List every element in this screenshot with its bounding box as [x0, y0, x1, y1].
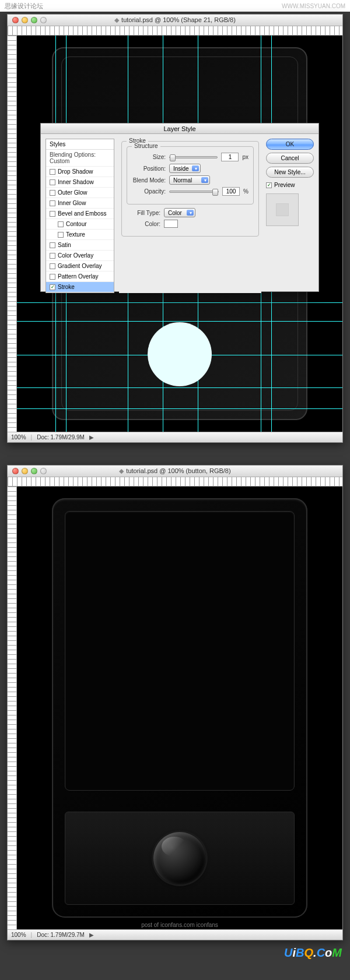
window-title-1: ◆tutorial.psd @ 100% (Shape 21, RGB/8): [8, 16, 342, 24]
structure-fieldset: Structure Size: 1 px Position: Inside▾: [127, 146, 254, 205]
settings-panel: Stroke Structure Size: 1 px: [119, 139, 261, 293]
brand-watermark: UiBQ.CoM: [0, 943, 350, 963]
button-area: [65, 812, 295, 905]
ruler-vertical[interactable]: [8, 36, 17, 432]
style-outer-glow[interactable]: Outer Glow: [46, 188, 114, 198]
device-body: [52, 498, 307, 918]
opacity-slider[interactable]: [169, 191, 219, 193]
style-stroke[interactable]: Stroke: [46, 282, 114, 292]
fill-label: Fill Type:: [127, 210, 160, 216]
doc-size[interactable]: Doc: 1.79M/29.7M: [37, 932, 85, 938]
doc-size[interactable]: Doc: 1.79M/29.9M: [37, 434, 85, 440]
fill-type-dropdown[interactable]: Color▾: [164, 208, 195, 217]
size-slider[interactable]: [169, 156, 218, 158]
dialog-buttons: OK Cancel New Style... Preview: [266, 139, 314, 293]
zoom-level[interactable]: 100%: [11, 434, 26, 440]
white-circle-shape[interactable]: [148, 322, 212, 386]
style-bevel[interactable]: Bevel and Emboss: [46, 209, 114, 219]
ok-button[interactable]: OK: [266, 139, 314, 150]
position-label: Position:: [132, 165, 166, 172]
ruler-vertical[interactable]: [8, 487, 17, 929]
statusbar-1: 100% | Doc: 1.79M/29.9M ▶: [8, 432, 342, 442]
size-input[interactable]: 1: [221, 153, 239, 161]
canvas-2[interactable]: post of iconfans.com iconfans: [8, 487, 342, 929]
style-gradient-overlay[interactable]: Gradient Overlay: [46, 261, 114, 272]
guide-horizontal[interactable]: [17, 321, 342, 322]
window-2: ◆tutorial.psd @ 100% (button, RGB/8) pos…: [7, 465, 343, 940]
style-inner-shadow[interactable]: Inner Shadow: [46, 177, 114, 188]
style-contour[interactable]: Contour: [46, 219, 114, 230]
arrow-icon[interactable]: ▶: [89, 932, 94, 938]
opacity-input[interactable]: 100: [222, 187, 240, 196]
style-color-overlay[interactable]: Color Overlay: [46, 251, 114, 261]
dialog-title[interactable]: Layer Style: [41, 124, 318, 134]
guide-horizontal[interactable]: [17, 408, 342, 409]
titlebar-2[interactable]: ◆tutorial.psd @ 100% (button, RGB/8): [8, 466, 342, 477]
blend-dropdown[interactable]: Normal▾: [169, 175, 210, 185]
style-pattern-overlay[interactable]: Pattern Overlay: [46, 272, 114, 282]
position-dropdown[interactable]: Inside▾: [169, 164, 201, 173]
guide-horizontal[interactable]: [17, 387, 342, 388]
guide-horizontal[interactable]: [17, 302, 342, 303]
size-unit: px: [242, 154, 249, 160]
stroke-fieldset: Stroke Structure Size: 1 px: [121, 141, 259, 237]
structure-label: Structure: [132, 143, 160, 149]
canvas-inner-1[interactable]: Layer Style Styles Blending Options: Cus…: [17, 36, 342, 432]
styles-header[interactable]: Styles: [46, 139, 114, 150]
preview-checkbox[interactable]: Preview: [266, 182, 314, 188]
opacity-unit: %: [243, 188, 249, 195]
style-texture[interactable]: Texture: [46, 230, 114, 240]
device-screen: [65, 511, 295, 791]
style-drop-shadow[interactable]: Drop Shadow: [46, 167, 114, 177]
blend-label: Blend Mode:: [132, 177, 166, 184]
window-1: ◆tutorial.psd @ 100% (Shape 21, RGB/8) L…: [7, 14, 343, 443]
titlebar-1[interactable]: ◆tutorial.psd @ 100% (Shape 21, RGB/8): [8, 15, 342, 26]
arrow-icon[interactable]: ▶: [89, 434, 94, 440]
header-right: WWW.MISSYUAN.COM: [282, 3, 345, 9]
size-label: Size:: [132, 154, 166, 160]
color-label: Color:: [127, 221, 160, 227]
footer-text: post of iconfans.com iconfans: [17, 922, 342, 928]
style-satin[interactable]: Satin: [46, 240, 114, 251]
style-inner-glow[interactable]: Inner Glow: [46, 198, 114, 209]
cancel-button[interactable]: Cancel: [266, 153, 314, 164]
new-style-button[interactable]: New Style...: [266, 167, 314, 178]
opacity-label: Opacity:: [132, 188, 166, 195]
layer-style-dialog: Layer Style Styles Blending Options: Cus…: [40, 123, 319, 292]
canvas-1[interactable]: Layer Style Styles Blending Options: Cus…: [8, 36, 342, 432]
ruler-horizontal[interactable]: [8, 26, 342, 36]
preview-box: [266, 193, 299, 226]
page-header: 思缘设计论坛 WWW.MISSYUAN.COM: [0, 0, 350, 12]
ruler-horizontal[interactable]: [8, 477, 342, 487]
canvas-inner-2[interactable]: post of iconfans.com iconfans: [17, 487, 342, 929]
color-swatch[interactable]: [164, 220, 178, 228]
window-title-2: ◆tutorial.psd @ 100% (button, RGB/8): [8, 467, 342, 475]
blending-options[interactable]: Blending Options: Custom: [46, 150, 114, 167]
styles-list: Styles Blending Options: Custom Drop Sha…: [46, 139, 114, 293]
statusbar-2: 100% | Doc: 1.79M/29.7M ▶: [8, 929, 342, 940]
zoom-level[interactable]: 100%: [11, 932, 26, 938]
header-left: 思缘设计论坛: [5, 2, 43, 10]
round-button: [153, 832, 206, 884]
